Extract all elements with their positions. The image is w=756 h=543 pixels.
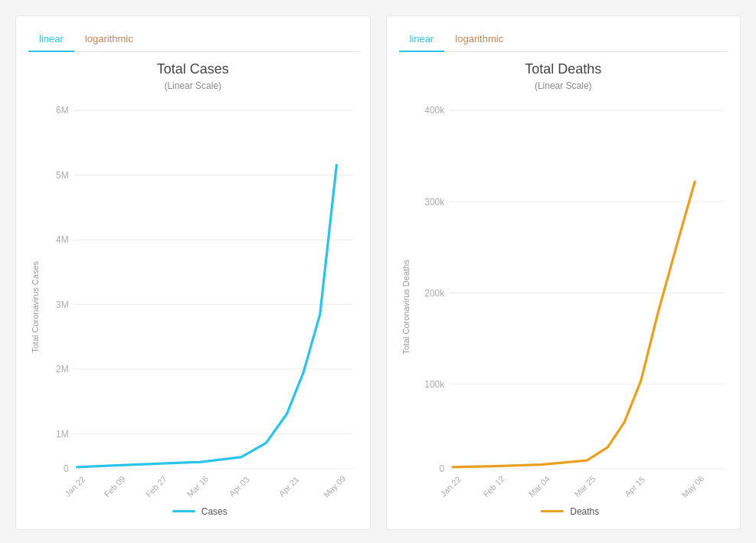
svg-text:300k: 300k	[424, 197, 444, 208]
cases-chart-subtitle: (Linear Scale)	[28, 80, 358, 91]
cases-chart-area: Total Coronavirus Cases 6M 5M 4M 3M 2M	[28, 97, 358, 517]
svg-text:4M: 4M	[56, 234, 69, 245]
cases-legend-label: Cases	[201, 506, 227, 517]
svg-text:Jan 22: Jan 22	[63, 474, 87, 498]
svg-text:Feb 12: Feb 12	[481, 474, 506, 499]
svg-text:0: 0	[64, 463, 69, 474]
svg-text:1M: 1M	[56, 429, 69, 440]
cases-y-axis-label: Total Coronavirus Cases	[28, 97, 42, 517]
svg-text:3M: 3M	[56, 299, 69, 310]
deaths-tab-logarithmic[interactable]: logarithmic	[444, 28, 514, 52]
cases-chart-title: Total Cases	[28, 61, 358, 77]
cases-legend-line	[172, 510, 195, 512]
svg-text:Mar 04: Mar 04	[526, 474, 551, 499]
svg-text:2M: 2M	[56, 364, 69, 375]
deaths-svg: 400k 300k 200k 100k 0 Jan 22 Feb 12 M	[413, 97, 728, 499]
svg-text:May 06: May 06	[679, 473, 705, 498]
svg-text:Feb 09: Feb 09	[102, 474, 126, 499]
cases-chart-inner: 6M 5M 4M 3M 2M 1M 0	[42, 97, 358, 517]
svg-text:200k: 200k	[424, 288, 444, 299]
deaths-tab-bar: linear logarithmic	[399, 28, 728, 52]
svg-text:Mar 25: Mar 25	[572, 474, 597, 499]
svg-text:Apr 21: Apr 21	[277, 475, 301, 499]
cases-legend: Cases	[42, 506, 358, 517]
cases-tab-bar: linear logarithmic	[28, 28, 358, 52]
svg-text:400k: 400k	[424, 105, 444, 116]
cases-svg-container: 6M 5M 4M 3M 2M 1M 0	[42, 97, 358, 499]
deaths-chart-inner: 400k 300k 200k 100k 0 Jan 22 Feb 12 M	[413, 97, 728, 517]
svg-text:5M: 5M	[56, 170, 69, 181]
cases-tab-linear[interactable]: linear	[28, 28, 74, 52]
deaths-legend-line	[541, 510, 564, 512]
deaths-chart-area: Total Coronavirus Deaths 400k 300k 200k …	[399, 97, 728, 517]
deaths-svg-container: 400k 300k 200k 100k 0 Jan 22 Feb 12 M	[413, 97, 728, 499]
svg-text:100k: 100k	[424, 379, 444, 390]
deaths-chart-card: linear logarithmic Total Deaths (Linear …	[386, 15, 741, 530]
svg-text:Feb 27: Feb 27	[144, 474, 169, 499]
deaths-legend: Deaths	[413, 506, 728, 517]
svg-text:Jan 22: Jan 22	[438, 474, 462, 498]
cases-chart-card: linear logarithmic Total Cases (Linear S…	[15, 15, 371, 530]
cases-tab-logarithmic[interactable]: logarithmic	[74, 28, 144, 52]
svg-text:Apr 03: Apr 03	[227, 475, 251, 499]
deaths-chart-subtitle: (Linear Scale)	[399, 80, 728, 91]
deaths-y-axis-label: Total Coronavirus Deaths	[399, 97, 413, 517]
svg-text:Apr 15: Apr 15	[623, 475, 646, 499]
charts-container: linear logarithmic Total Cases (Linear S…	[0, 0, 756, 543]
deaths-tab-linear[interactable]: linear	[399, 28, 445, 52]
cases-svg: 6M 5M 4M 3M 2M 1M 0	[42, 97, 358, 499]
svg-text:6M: 6M	[56, 105, 69, 116]
svg-text:Mar 16: Mar 16	[185, 474, 210, 499]
svg-text:May 09: May 09	[322, 473, 348, 498]
deaths-chart-title: Total Deaths	[399, 61, 728, 77]
svg-text:0: 0	[439, 463, 444, 474]
deaths-legend-label: Deaths	[570, 506, 599, 517]
